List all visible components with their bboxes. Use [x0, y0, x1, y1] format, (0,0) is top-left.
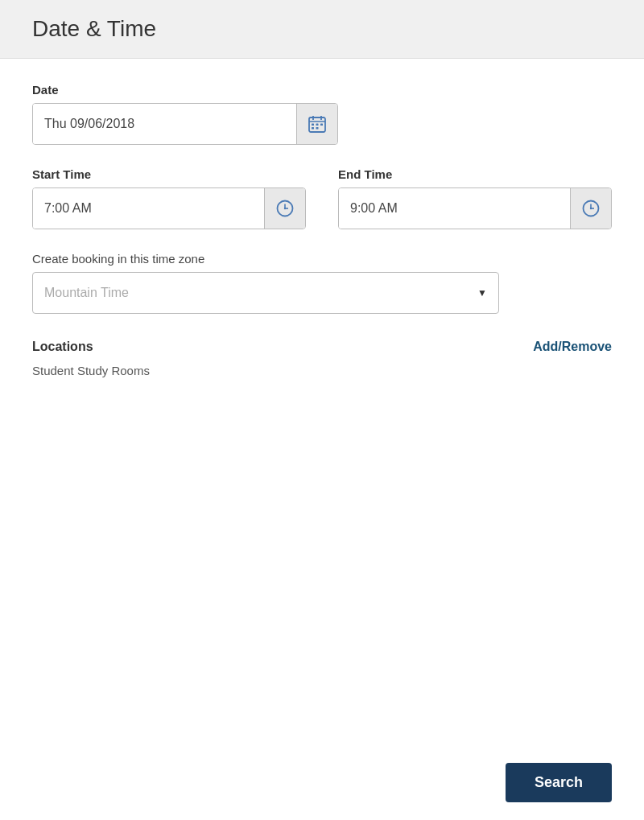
start-time-clock-button[interactable]: [264, 188, 305, 229]
start-time-input[interactable]: [33, 188, 264, 229]
timezone-group: Create booking in this time zone Mountai…: [32, 252, 612, 314]
chevron-down-icon: ▼: [477, 287, 487, 299]
locations-title: Locations: [32, 340, 93, 354]
clock-icon: [276, 200, 294, 217]
end-clock-icon: [582, 200, 600, 217]
start-time-label: Start Time: [32, 167, 306, 181]
start-time-input-wrapper: [32, 187, 306, 229]
end-time-clock-button[interactable]: [570, 188, 611, 229]
page-container: Date & Time Date: [0, 0, 644, 820]
content-section: Date: [0, 59, 644, 437]
time-row: Start Time End Time: [32, 167, 612, 229]
search-button-container: Search: [506, 763, 612, 802]
date-label: Date: [32, 83, 612, 97]
date-input[interactable]: [33, 104, 296, 144]
calendar-icon: [308, 115, 326, 133]
page-title: Date & Time: [32, 16, 612, 42]
svg-rect-6: [320, 124, 323, 126]
end-time-input[interactable]: [339, 188, 570, 229]
date-input-wrapper: [32, 103, 338, 145]
add-remove-link[interactable]: Add/Remove: [533, 340, 612, 354]
svg-rect-4: [312, 124, 314, 126]
timezone-value: Mountain Time: [44, 286, 477, 300]
start-time-group: Start Time: [32, 167, 306, 229]
location-item: Student Study Rooms: [32, 361, 612, 381]
search-button[interactable]: Search: [506, 763, 612, 802]
end-time-input-wrapper: [338, 187, 612, 229]
calendar-button[interactable]: [296, 104, 337, 144]
svg-rect-5: [316, 124, 319, 126]
end-time-group: End Time: [338, 167, 612, 229]
svg-rect-7: [312, 127, 314, 130]
timezone-label: Create booking in this time zone: [32, 252, 612, 266]
date-field-group: Date: [32, 83, 612, 145]
list-item: Student Study Rooms: [32, 364, 612, 377]
svg-rect-8: [316, 127, 319, 130]
end-time-label: End Time: [338, 167, 612, 181]
locations-header: Locations Add/Remove: [32, 340, 612, 354]
timezone-select[interactable]: Mountain Time ▼: [32, 272, 499, 314]
locations-section: Locations Add/Remove Student Study Rooms: [32, 340, 612, 381]
header-section: Date & Time: [0, 0, 644, 59]
